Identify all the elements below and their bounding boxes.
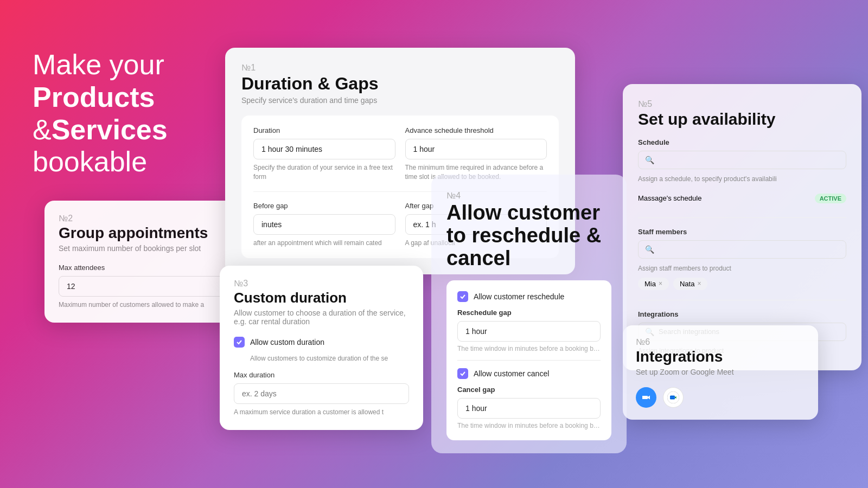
card-reschedule-cancel-wrapper: №4 Allow customer to reschedule & cancel…: [431, 175, 627, 453]
cancel-gap-label: Cancel gap: [457, 386, 601, 394]
card1-number: №1: [241, 63, 559, 73]
staff-search-box[interactable]: 🔍: [638, 240, 846, 259]
allow-custom-duration-label: Allow custom duration: [250, 338, 324, 346]
schedule-name: Massage's schedule: [638, 194, 701, 202]
allow-cancel-checkbox[interactable]: [457, 368, 468, 379]
staff-tag-mia[interactable]: Mia ×: [638, 278, 669, 290]
integrations-section-label: Integrations: [638, 310, 846, 318]
max-duration-label: Max duration: [234, 371, 409, 379]
max-attendees-input[interactable]: [59, 276, 237, 297]
schedule-active-badge: ACTIVE: [815, 194, 846, 203]
hero-line3: &Services: [33, 114, 168, 146]
remove-mia-button[interactable]: ×: [659, 280, 662, 287]
card1-title: Duration & Gaps: [241, 74, 559, 94]
before-gap-input[interactable]: [253, 214, 395, 235]
max-duration-input[interactable]: [234, 383, 409, 404]
staff-search-icon: 🔍: [645, 245, 654, 254]
duration-group: Duration Specify the duration of your se…: [253, 126, 395, 182]
staff-nata-name: Nata: [680, 280, 694, 288]
advance-group: Advance schedule threshold The minimum t…: [405, 126, 547, 182]
hero-line1: Make your: [33, 49, 168, 81]
hero-line4: bookable: [33, 146, 168, 178]
allow-reschedule-row[interactable]: Allow customer reschedule: [457, 291, 601, 302]
duration-hint: Specify the duration of your service in …: [253, 163, 395, 182]
schedule-search-box[interactable]: 🔍: [638, 151, 846, 169]
assign-staff-hint: Assign staff members to product: [638, 264, 846, 273]
massage-schedule-row: Massage's schedule ACTIVE: [638, 189, 846, 208]
duration-input[interactable]: [253, 139, 395, 159]
card3-subtitle: Allow customer to choose a duration of t…: [234, 309, 409, 326]
card6-number: №6: [636, 337, 805, 347]
allow-reschedule-checkbox[interactable]: [457, 291, 468, 302]
duration-label: Duration: [253, 126, 395, 134]
max-attendees-label: Max attendees: [59, 264, 237, 272]
hero-services: Services: [52, 114, 168, 145]
card4-number: №4: [446, 191, 611, 201]
card2-number: №2: [59, 214, 237, 223]
schedule-section-label: Schedule: [638, 138, 846, 146]
remove-nata-button[interactable]: ×: [697, 280, 701, 287]
before-gap-label: Before gap: [253, 202, 395, 210]
google-meet-icon: [663, 387, 684, 408]
max-attendees-hint: Maximum number of customers allowed to m…: [59, 300, 237, 310]
staff-mia-name: Mia: [644, 280, 656, 288]
card3-number: №3: [234, 279, 409, 288]
zoom-icon: [636, 387, 656, 408]
assign-schedule-hint: Assign a schedule, to specify product's …: [638, 175, 846, 184]
staff-tags: Mia × Nata ×: [638, 278, 846, 290]
staff-section-label: Staff members: [638, 228, 846, 236]
cancel-gap-input[interactable]: [457, 398, 601, 419]
card-integrations: №6 Integrations Set up Zoom or Google Me…: [623, 325, 818, 420]
max-duration-hint: A maximum service duration a customer is…: [234, 408, 409, 417]
card3-title: Custom duration: [234, 290, 409, 306]
cancel-gap-hint: The time window in minutes before a book…: [457, 422, 601, 429]
integration-icons-row: [636, 387, 805, 408]
card5-title: Set up availability: [638, 110, 846, 129]
reschedule-gap-input[interactable]: [457, 321, 601, 342]
allow-cancel-row[interactable]: Allow customer cancel: [457, 368, 601, 379]
advance-label: Advance schedule threshold: [405, 126, 547, 134]
card4-background: №4 Allow customer to reschedule & cancel…: [431, 175, 627, 453]
card6-title: Integrations: [636, 348, 805, 365]
card2-subtitle: Set maximum number of bookings per slot: [59, 244, 237, 253]
staff-tag-nata[interactable]: Nata ×: [673, 278, 707, 290]
reschedule-gap-label: Reschedule gap: [457, 309, 601, 317]
hero-ampersand: &: [33, 114, 52, 145]
card4-title: Allow customer to reschedule & cancel: [446, 202, 611, 269]
before-gap-hint: after an appointment which will remain c…: [253, 239, 395, 248]
advance-input[interactable]: [405, 139, 547, 159]
card-custom-duration: №3 Custom duration Allow customer to cho…: [220, 266, 423, 430]
search-icon: 🔍: [645, 156, 654, 164]
before-gap-group: Before gap after an appointment which wi…: [253, 202, 395, 248]
staff-search-input[interactable]: [659, 245, 839, 253]
allow-custom-duration-checkbox[interactable]: [234, 337, 245, 348]
card4-form: Allow customer reschedule Reschedule gap…: [446, 280, 611, 440]
allow-reschedule-label: Allow customer reschedule: [474, 292, 564, 301]
card2-title: Group appointments: [59, 224, 237, 242]
reschedule-gap-hint: The time window in minutes before a book…: [457, 345, 601, 352]
allow-cancel-label: Allow customer cancel: [474, 369, 549, 378]
card5-number: №5: [638, 99, 846, 109]
schedule-search-input[interactable]: [659, 156, 839, 164]
card6-subtitle: Set up Zoom or Google Meet: [636, 368, 805, 376]
hero-section: Make your Products &Services bookable: [33, 49, 168, 178]
card1-subtitle: Specify service's duration and time gaps: [241, 96, 559, 105]
allow-custom-duration-row[interactable]: Allow custom duration: [234, 337, 409, 348]
allow-custom-hint: Allow customers to customize duration of…: [250, 354, 409, 363]
hero-line2: Products: [33, 81, 168, 114]
